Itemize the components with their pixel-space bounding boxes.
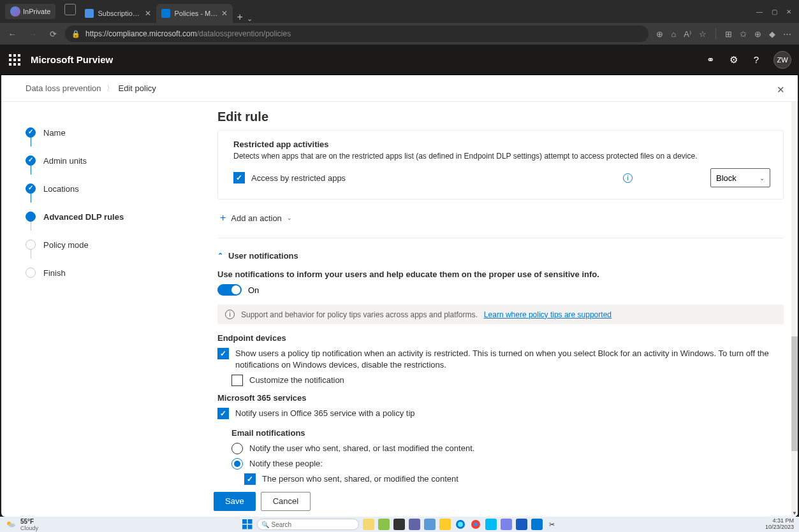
step-complete-icon — [26, 183, 36, 194]
step-locations[interactable]: Locations — [26, 175, 203, 203]
panel-scroll-area[interactable]: Restricted app activities Detects when a… — [203, 130, 798, 485]
taskbar-center: 🔍Search ✂ — [242, 519, 558, 530]
taskbar-search[interactable]: 🔍Search — [257, 519, 359, 530]
endpoint-policy-tip-checkbox[interactable] — [217, 348, 229, 359]
collections-icon[interactable]: ⊕ — [754, 29, 761, 39]
step-name[interactable]: Name — [26, 119, 203, 147]
teams-icon[interactable] — [501, 519, 512, 530]
svg-rect-5 — [247, 525, 252, 529]
taskbar-app-icon[interactable] — [378, 519, 390, 530]
user-notifications-header[interactable]: ⌃ User notifications — [217, 247, 784, 264]
chrome-icon[interactable] — [470, 519, 481, 530]
toolbar-actions: ⊕ ⌂ A⁾ ☆ ⊞ ✩ ⊕ ◆ ⋯ — [652, 28, 795, 40]
taskbar-app-icon[interactable] — [363, 519, 374, 530]
read-aloud-icon[interactable]: A⁾ — [684, 29, 691, 39]
extensions-icon[interactable]: ⊞ — [725, 29, 732, 39]
file-explorer-icon[interactable] — [439, 519, 451, 530]
step-complete-icon — [26, 127, 36, 138]
app-header: Microsoft Purview ⚭ ⚙ ? ZW — [0, 45, 799, 75]
person-who-sent-checkbox[interactable] — [244, 473, 256, 485]
taskbar-app-icon[interactable] — [424, 519, 436, 530]
step-label: Admin units — [43, 156, 87, 166]
info-text: Support and behavior for policy tips var… — [241, 310, 478, 319]
more-icon[interactable]: ⋯ — [783, 29, 791, 39]
close-panel-button[interactable]: ✕ — [777, 84, 785, 96]
browser-tab-0[interactable]: Subscriptions - Microsoft 365 ad… ✕ — [80, 4, 156, 23]
settings-gear-icon[interactable]: ⚙ — [728, 54, 739, 66]
browser-tab-1[interactable]: Policies - Microsoft Purview ✕ — [156, 4, 233, 23]
cancel-button[interactable]: Cancel — [261, 492, 311, 511]
step-finish[interactable]: Finish — [26, 259, 203, 287]
favorites-icon[interactable]: ✩ — [740, 29, 747, 39]
favicon-icon — [85, 9, 94, 18]
diagnostics-icon[interactable]: ⚭ — [705, 54, 716, 66]
tab-menu-icon[interactable]: ⌄ — [247, 15, 253, 23]
edge-icon[interactable] — [455, 519, 466, 530]
divider — [715, 28, 716, 40]
step-label: Policy mode — [43, 240, 89, 250]
taskbar-app-icon[interactable] — [409, 519, 420, 530]
browser-essentials-icon[interactable]: ◆ — [769, 29, 775, 39]
step-label: Locations — [43, 184, 79, 194]
step-advanced-dlp-rules[interactable]: Advanced DLP rules — [26, 203, 203, 231]
refresh-button[interactable]: ⟳ — [45, 25, 61, 42]
panel-title: Edit rule — [217, 110, 268, 124]
radio-label: Notify these people: — [249, 458, 323, 470]
panel-footer: Save Cancel — [203, 485, 798, 517]
word-icon[interactable] — [516, 519, 527, 530]
back-button[interactable]: ← — [4, 25, 20, 42]
checkbox-label: Show users a policy tip notification whe… — [235, 348, 784, 371]
checkbox-label: Notify users in Office 365 service with … — [235, 408, 415, 419]
m365-services-header: Microsoft 365 services — [217, 393, 784, 403]
condition: Cloudy — [20, 525, 38, 531]
notify-office365-checkbox[interactable] — [217, 408, 229, 419]
section-description: Use notifications to inform your users a… — [217, 270, 784, 279]
checkbox-label: Access by restricted apps — [251, 173, 346, 183]
notify-these-people-radio[interactable] — [231, 458, 243, 470]
minimize-icon[interactable]: — — [756, 8, 763, 15]
chevron-down-icon: ⌄ — [287, 215, 292, 221]
step-admin-units[interactable]: Admin units — [26, 147, 203, 175]
taskbar-app-icon[interactable] — [485, 519, 497, 530]
address-bar[interactable]: 🔒 https://compliance.microsoft.com/datal… — [65, 25, 649, 42]
info-icon[interactable]: i — [623, 173, 633, 183]
edit-rule-panel: ✕ Edit rule Restricted app activities De… — [203, 75, 798, 517]
inprivate-label: InPrivate — [23, 8, 50, 15]
breadcrumb-root[interactable]: Data loss prevention — [26, 83, 101, 93]
lock-icon[interactable]: 🔒 — [71, 30, 80, 38]
tab-actions-icon[interactable] — [64, 4, 76, 15]
access-restricted-apps-checkbox[interactable] — [233, 172, 245, 183]
start-button[interactable] — [242, 519, 253, 530]
page-scrollbar[interactable]: ▲ ▼ — [791, 75, 798, 517]
taskbar-app-icon[interactable] — [393, 519, 405, 530]
zoom-icon[interactable]: ⊕ — [656, 29, 663, 39]
save-button[interactable]: Save — [214, 492, 256, 511]
favorite-icon[interactable]: ☆ — [699, 29, 707, 39]
notify-user-radio[interactable] — [231, 443, 243, 454]
learn-more-link[interactable]: Learn where policy tips are supported — [484, 310, 612, 319]
step-policy-mode[interactable]: Policy mode — [26, 231, 203, 259]
url-text: https://compliance.microsoft.com/datalos… — [85, 29, 291, 38]
system-tray[interactable]: 4:31 PM 10/23/2023 — [765, 518, 794, 531]
weather-icon — [5, 519, 17, 530]
app-launcher-icon[interactable] — [9, 54, 20, 66]
new-tab-button[interactable]: + — [237, 11, 242, 23]
plus-icon: + — [220, 212, 226, 224]
home-icon[interactable]: ⌂ — [671, 29, 676, 39]
maximize-icon[interactable]: ▢ — [772, 8, 777, 15]
close-icon[interactable]: ✕ — [145, 9, 151, 18]
close-window-icon[interactable]: ✕ — [786, 8, 791, 15]
weather-widget[interactable]: 55°F Cloudy — [0, 518, 38, 531]
scrollbar-thumb[interactable] — [791, 336, 798, 451]
taskbar-app-icon[interactable] — [531, 519, 543, 530]
notifications-toggle[interactable] — [217, 284, 242, 296]
help-icon[interactable]: ? — [751, 54, 762, 66]
add-action-button[interactable]: + Add an action ⌄ — [217, 205, 784, 235]
snipping-tool-icon[interactable]: ✂ — [546, 519, 558, 530]
action-dropdown[interactable]: Block ⌄ — [710, 168, 770, 187]
user-avatar[interactable]: ZW — [773, 51, 791, 69]
temperature: 55°F — [20, 518, 38, 525]
close-icon[interactable]: ✕ — [221, 9, 228, 18]
scroll-down-icon[interactable]: ▼ — [791, 509, 798, 517]
customize-notification-checkbox[interactable] — [231, 375, 243, 386]
